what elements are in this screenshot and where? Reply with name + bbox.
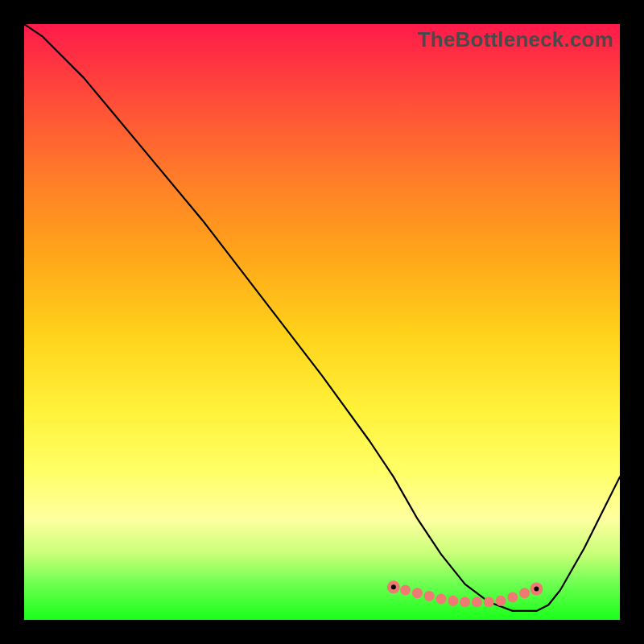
highlight-dot <box>424 591 435 601</box>
highlight-dot <box>507 592 518 602</box>
chart-frame: TheBottleneck.com <box>0 0 644 644</box>
highlight-dot <box>496 596 506 606</box>
highlight-dot <box>448 596 458 606</box>
chart-overlay <box>24 24 620 620</box>
highlight-dot <box>460 597 470 607</box>
highlight-dot <box>412 588 423 598</box>
bottleneck-curve <box>24 24 620 611</box>
highlight-dot <box>436 594 447 605</box>
highlight-dot <box>400 585 411 596</box>
highlight-dot <box>519 588 530 598</box>
highlight-dot <box>484 597 494 607</box>
anchor-dot <box>534 587 539 592</box>
anchor-dot <box>391 584 396 589</box>
chart-plot-area: TheBottleneck.com <box>24 24 620 620</box>
highlight-dot <box>472 597 482 607</box>
